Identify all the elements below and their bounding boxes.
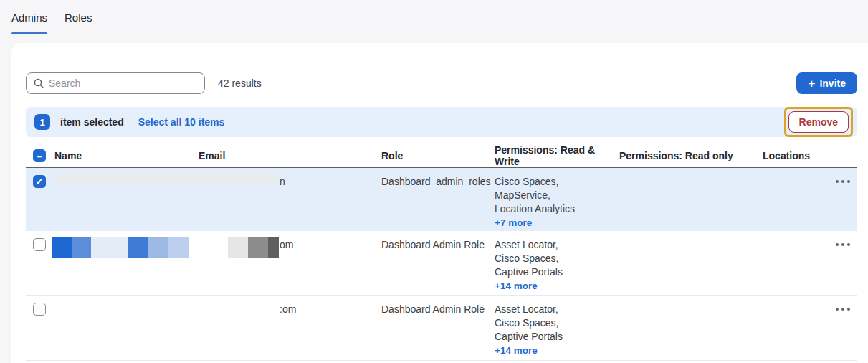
- admins-table: – NameEmail Role Permissions: Read & Wri…: [26, 144, 857, 361]
- permission-item: Asset Locator,: [495, 238, 619, 252]
- row-actions-menu[interactable]: [829, 180, 857, 183]
- col-email: Email: [199, 150, 225, 161]
- selection-bar: 1 item selected Select all 10 items Remo…: [26, 107, 857, 137]
- row-checkbox[interactable]: [33, 238, 46, 251]
- col-perms-ro: Permissions: Read only: [619, 150, 763, 161]
- permission-item: Cisco Spaces,: [495, 316, 619, 330]
- selected-count-badge: 1: [34, 114, 50, 130]
- name-email-cell: :om: [54, 303, 381, 361]
- col-name-email: NameEmail: [54, 150, 381, 161]
- email-tail-text: om: [280, 238, 293, 252]
- more-permissions-link[interactable]: +14 more: [495, 279, 619, 293]
- row-checkbox[interactable]: [33, 303, 46, 316]
- locations-cell: [763, 175, 829, 231]
- email-tail-text: n: [280, 175, 285, 189]
- tab-roles[interactable]: Roles: [65, 11, 92, 34]
- permission-item: Location Analytics: [495, 202, 619, 216]
- role-cell: Dashboard Admin Role: [381, 238, 495, 295]
- role-cell: Dashboard Admin Role: [381, 303, 495, 361]
- checkmark-icon: ✓: [36, 177, 44, 187]
- col-name: Name: [54, 150, 199, 161]
- search-input[interactable]: [26, 72, 205, 94]
- permissions-ro-cell: [619, 238, 763, 295]
- permissions-rw-cell: Asset Locator, Cisco Spaces, Captive Por…: [495, 238, 619, 295]
- col-role: Role: [381, 150, 495, 161]
- results-count: 42 results: [218, 77, 262, 89]
- permission-item: Asset Locator,: [495, 303, 619, 316]
- permission-item: Captive Portals: [495, 265, 619, 279]
- remove-button[interactable]: Remove: [788, 111, 849, 133]
- invite-button[interactable]: + Invite: [796, 72, 857, 94]
- name-email-cell: n: [54, 175, 381, 231]
- email-tail-text: :om: [280, 303, 296, 316]
- permission-item: Cisco Spaces,: [495, 175, 619, 189]
- select-all-link[interactable]: Select all 10 items: [138, 116, 225, 128]
- permissions-ro-cell: [619, 175, 763, 231]
- permissions-rw-cell: Cisco Spaces, MapService, Location Analy…: [495, 175, 619, 231]
- table-row[interactable]: om Dashboard Admin Role Asset Locator, C…: [26, 231, 857, 296]
- toolbar: 42 results + Invite: [26, 72, 857, 94]
- table-row[interactable]: ✓ n Dashboard_admin_roles Cisco Spaces, …: [26, 168, 857, 231]
- remove-button-highlight: Remove: [784, 107, 853, 137]
- tab-bar: Admins Roles: [0, 0, 92, 34]
- plus-icon: +: [808, 77, 815, 90]
- select-all-checkbox[interactable]: –: [33, 149, 46, 162]
- selection-text: item selected: [60, 116, 124, 128]
- tab-admins[interactable]: Admins: [11, 11, 47, 34]
- more-permissions-link[interactable]: +14 more: [495, 344, 619, 357]
- row-actions-menu[interactable]: [829, 243, 857, 246]
- invite-label: Invite: [819, 77, 846, 89]
- locations-cell: [763, 303, 829, 361]
- table-row[interactable]: :om Dashboard Admin Role Asset Locator, …: [26, 296, 857, 361]
- permissions-rw-cell: Asset Locator, Cisco Spaces, Captive Por…: [495, 303, 619, 361]
- row-checkbox[interactable]: ✓: [33, 175, 46, 188]
- col-locations: Locations: [763, 150, 829, 161]
- permission-item: Cisco Spaces,: [495, 252, 619, 265]
- table-header: – NameEmail Role Permissions: Read & Wri…: [26, 144, 857, 168]
- search-field[interactable]: [49, 77, 197, 89]
- redacted-name-email: [54, 173, 278, 185]
- search-icon: [34, 78, 44, 88]
- role-cell: Dashboard_admin_roles: [381, 175, 495, 231]
- admins-panel: 42 results + Invite 1 item selected Sele…: [11, 43, 868, 363]
- row-actions-menu[interactable]: [829, 308, 857, 311]
- col-perms-rw: Permissions: Read & Write: [495, 144, 619, 167]
- name-email-cell: om: [54, 238, 381, 295]
- permission-item: MapService,: [495, 189, 619, 202]
- permission-item: Captive Portals: [495, 330, 619, 344]
- pixelated-redaction: [52, 237, 279, 258]
- more-permissions-link[interactable]: +7 more: [495, 216, 619, 230]
- locations-cell: [763, 238, 829, 295]
- permissions-ro-cell: [619, 303, 763, 361]
- indeterminate-dash-icon: –: [37, 151, 42, 161]
